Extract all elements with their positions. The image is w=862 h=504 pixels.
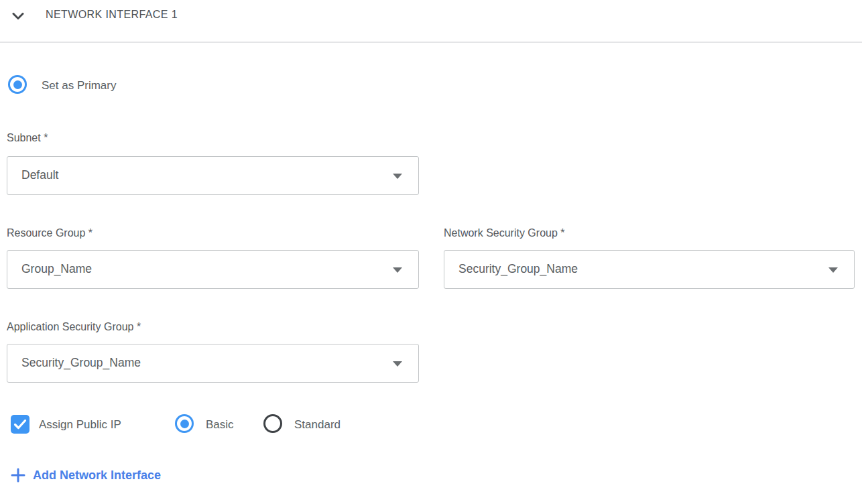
set-as-primary-radio[interactable]	[8, 75, 27, 94]
chevron-down-icon	[12, 12, 24, 22]
network-interface-form: NETWORK INTERFACE 1 Set as Primary Subne…	[0, 0, 862, 504]
resource-group-selected-value: Group_Name	[21, 262, 92, 276]
public-ip-sku-radio-standard[interactable]	[263, 414, 282, 433]
subnet-label: Subnet *	[7, 132, 48, 144]
dropdown-caret-icon	[828, 267, 838, 273]
network-security-group-select[interactable]: Security_Group_Name	[444, 250, 855, 289]
subnet-selected-value: Default	[21, 168, 58, 182]
section-title: NETWORK INTERFACE 1	[46, 9, 178, 21]
plus-icon	[11, 468, 25, 483]
public-ip-sku-radio-basic[interactable]	[175, 414, 194, 433]
public-ip-sku-basic-label: Basic	[206, 418, 234, 432]
application-security-group-label: Application Security Group *	[7, 321, 141, 333]
radio-dot-icon	[180, 420, 189, 428]
dropdown-caret-icon	[393, 267, 402, 273]
dropdown-caret-icon	[393, 174, 402, 179]
subnet-select[interactable]: Default	[7, 156, 419, 195]
resource-group-label: Resource Group *	[7, 227, 93, 239]
assign-public-ip-checkbox[interactable]	[11, 415, 29, 434]
section-header: NETWORK INTERFACE 1	[0, 5, 862, 32]
application-security-group-select[interactable]: Security_Group_Name	[7, 344, 419, 383]
dropdown-caret-icon	[393, 361, 402, 367]
resource-group-select[interactable]: Group_Name	[7, 250, 419, 289]
network-security-group-selected-value: Security_Group_Name	[458, 262, 578, 276]
network-security-group-label: Network Security Group *	[444, 227, 565, 239]
add-network-interface-label: Add Network Interface	[33, 468, 161, 483]
radio-dot-icon	[13, 80, 22, 89]
add-network-interface-button[interactable]: Add Network Interface	[11, 468, 161, 483]
public-ip-sku-standard-label: Standard	[294, 418, 341, 432]
collapse-section-button[interactable]	[11, 10, 25, 23]
set-as-primary-label: Set as Primary	[42, 79, 116, 92]
section-divider	[0, 42, 862, 43]
assign-public-ip-label: Assign Public IP	[39, 418, 121, 432]
application-security-group-selected-value: Security_Group_Name	[21, 356, 141, 370]
